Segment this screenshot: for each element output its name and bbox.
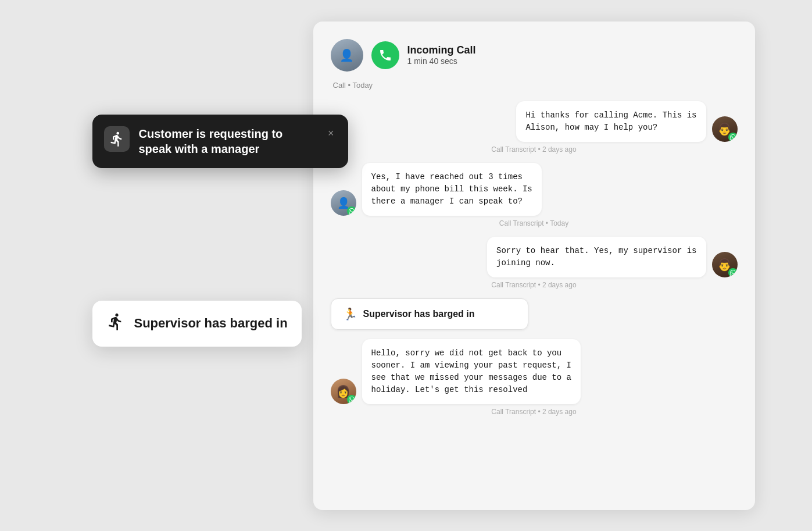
- whatsapp-badge-4: [347, 395, 356, 404]
- call-header: 👤 Incoming Call 1 min 40 secs: [331, 39, 738, 72]
- timestamp-2: Call Transcript • Today: [331, 219, 738, 227]
- call-info: Incoming Call 1 min 40 secs: [407, 44, 476, 66]
- message-right-3: Sorry to hear that. Yes, my supervisor i…: [331, 237, 738, 277]
- barge-chip-chat: 🏃 Supervisor has barged in: [331, 298, 528, 330]
- caller-avatar: 👤: [331, 39, 363, 72]
- chat-panel: 👤 Incoming Call 1 min 40 secs Call • Tod…: [313, 22, 755, 510]
- bubble-3: Sorry to hear that. Yes, my supervisor i…: [487, 237, 706, 277]
- notification-dark: Customer is requesting to speak with a m…: [92, 115, 348, 168]
- notification-dark-icon: [104, 126, 130, 152]
- bubble-4: Hello, sorry we did not get back to yous…: [362, 339, 581, 404]
- whatsapp-badge-2: [347, 206, 356, 216]
- message-group-1: Hi thanks for calling Acme. This isAliso…: [331, 101, 738, 154]
- barge-text-chat: Supervisor has barged in: [363, 309, 475, 319]
- call-meta: Call • Today: [331, 81, 738, 90]
- call-title: Incoming Call: [407, 44, 476, 56]
- message-group-3: Sorry to hear that. Yes, my supervisor i…: [331, 237, 738, 289]
- avatar-woman: 👩: [331, 379, 356, 404]
- message-left-4: 👩 Hello, sorry we did not get back to yo…: [331, 339, 738, 404]
- notification-dark-text: Customer is requesting to speak with a m…: [139, 126, 319, 156]
- call-icon: [371, 41, 399, 69]
- timestamp-3: Call Transcript • 2 days ago: [331, 281, 738, 289]
- notification-white: Supervisor has barged in: [92, 301, 302, 347]
- barge-icon-chat: 🏃: [343, 307, 357, 321]
- notification-white-icon: [106, 312, 125, 335]
- message-group-4: 👩 Hello, sorry we did not get back to yo…: [331, 339, 738, 416]
- notification-white-text: Supervisor has barged in: [134, 316, 288, 331]
- timestamp-1: Call Transcript • 2 days ago: [331, 145, 738, 154]
- message-group-2: 👤 Yes, I have reached out 3 timesabout m…: [331, 163, 738, 227]
- notification-dark-close[interactable]: ×: [328, 127, 334, 140]
- call-duration: 1 min 40 secs: [407, 56, 476, 66]
- bubble-1: Hi thanks for calling Acme. This isAliso…: [516, 101, 706, 142]
- avatar-dark-man-2: 👨: [712, 252, 738, 277]
- avatar-gray-man: 👤: [331, 190, 356, 216]
- whatsapp-badge-3: [728, 268, 738, 277]
- message-left-2: 👤 Yes, I have reached out 3 timesabout m…: [331, 163, 738, 216]
- whatsapp-badge-1: [728, 133, 738, 142]
- bubble-2: Yes, I have reached out 3 timesabout my …: [362, 163, 542, 216]
- timestamp-4: Call Transcript • 2 days ago: [331, 408, 738, 416]
- avatar-dark-man-1: 👨: [712, 116, 738, 142]
- message-right-1: Hi thanks for calling Acme. This isAliso…: [331, 101, 738, 142]
